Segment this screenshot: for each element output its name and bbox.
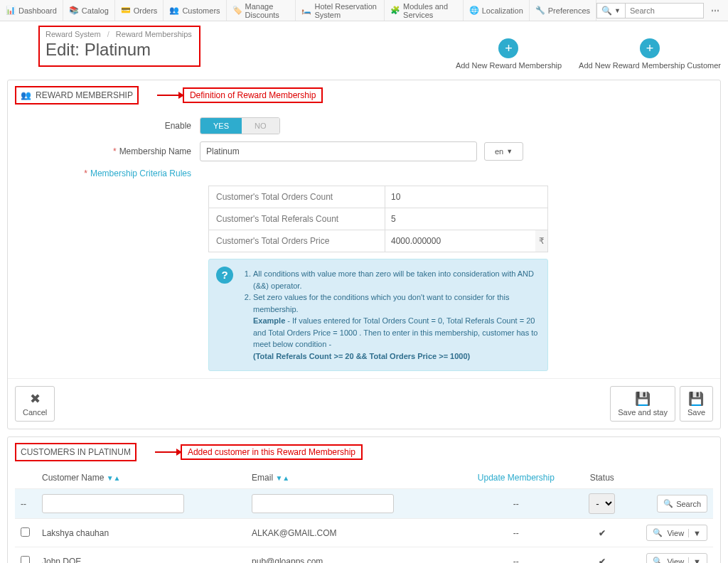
cell-name: Lakshya chauhan (36, 519, 246, 547)
nav-customers[interactable]: 👥Customers (164, 0, 226, 21)
orders-icon: 💳 (121, 6, 131, 15)
criteria-orders-price-input[interactable] (385, 230, 535, 252)
panel-footer: ✖Cancel 💾Save and stay 💾Save (8, 378, 720, 429)
group-icon: 👥 (21, 90, 31, 100)
breadcrumb-sep: / (107, 30, 109, 38)
wrench-icon: 🔧 (535, 6, 545, 15)
arrow-icon (155, 451, 181, 453)
info-box: ? All conditions with value more than ze… (208, 259, 548, 371)
panel-heading: 👥REWARD MEMBERSHIP Definition of Reward … (8, 80, 720, 110)
nav-label: Modules and Services (403, 2, 457, 19)
table-row: John DOE pub@qloapps.com -- ✔ 🔍View▼ (15, 547, 713, 564)
criteria-label: *Membership Criteria Rules (22, 168, 200, 178)
dashboard-icon: 📊 (6, 6, 16, 15)
view-button[interactable]: 🔍View▼ (646, 553, 707, 563)
header-actions: + Add New Reward Membership + Add New Re… (456, 38, 721, 70)
switch-no[interactable]: NO (242, 118, 279, 134)
bed-icon: 🛏️ (301, 6, 311, 15)
catalog-icon: 📚 (69, 6, 79, 15)
customers-table: Customer Name ▼▲ Email ▼▲ Update Members… (15, 467, 713, 563)
search-button[interactable]: 🔍Search (657, 495, 707, 513)
annotation: Definition of Reward Membership (157, 87, 323, 103)
filter-status-select[interactable]: - (589, 493, 615, 514)
help-icon: ? (216, 267, 233, 284)
language-button[interactable]: en▼ (484, 142, 523, 161)
page-header: Reward System / Reward Memberships Edit:… (0, 21, 728, 73)
sort-icon: ▼▲ (107, 474, 121, 482)
nav-preferences[interactable]: 🔧Preferences (530, 0, 596, 21)
annotation-text: Definition of Reward Membership (183, 87, 323, 103)
search-box: 🔍▼ (596, 0, 704, 21)
filter-email-input[interactable] (252, 494, 394, 513)
panel-heading: CUSTOMERS IN PLATINUM Added customer in … (8, 437, 720, 467)
criteria-orders-count-input[interactable] (385, 186, 547, 208)
page-title: Edit: Platinum (46, 40, 192, 60)
search-scope-button[interactable]: 🔍▼ (596, 3, 626, 18)
nav-modules[interactable]: 🧩Modules and Services (385, 0, 464, 21)
breadcrumb-a[interactable]: Reward System (46, 30, 101, 38)
nav-label: Customers (182, 6, 220, 15)
nav-orders[interactable]: 💳Orders (115, 0, 164, 21)
nav-label: Localization (482, 6, 523, 15)
criteria-referals-count-input[interactable] (385, 208, 547, 230)
sort-icon: ▼▲ (275, 474, 289, 482)
search-icon: 🔍 (601, 6, 612, 16)
currency-symbol: ₹ (535, 230, 547, 252)
criteria-link[interactable]: Membership Criteria Rules (90, 168, 191, 178)
caret-down-icon[interactable]: ▼ (688, 529, 701, 537)
add-membership-button[interactable]: + Add New Reward Membership (456, 38, 562, 70)
cell-email: ALKAK@GMAIL.COM (246, 519, 456, 547)
nav-label: Catalog (82, 6, 109, 15)
breadcrumb-b[interactable]: Reward Memberships (116, 30, 192, 38)
arrow-icon (157, 95, 183, 96)
nav-localization[interactable]: 🌐Localization (464, 0, 530, 21)
globe-icon: 🌐 (469, 6, 479, 15)
close-icon: ✖ (30, 391, 41, 407)
search-input[interactable] (626, 3, 704, 18)
caret-down-icon: ▼ (614, 7, 621, 14)
save-stay-button[interactable]: 💾Save and stay (610, 386, 675, 422)
search-icon: 🔍 (653, 528, 663, 537)
puzzle-icon: 🧩 (390, 6, 400, 15)
row-checkbox[interactable] (21, 556, 30, 564)
view-button[interactable]: 🔍View▼ (646, 525, 707, 541)
nav-label: Orders (134, 6, 158, 15)
row-checkbox[interactable] (21, 527, 30, 537)
reward-membership-panel: 👥REWARD MEMBERSHIP Definition of Reward … (7, 80, 721, 429)
more-menu[interactable]: ⋯ (704, 0, 728, 21)
nav-discounts[interactable]: 🏷️Manage Discounts (227, 0, 296, 21)
nav-label: Manage Discounts (245, 2, 290, 19)
cell-email: pub@qloapps.com (246, 547, 456, 564)
nav-label: Hotel Reservation System (314, 2, 378, 19)
nav-label: Dashboard (18, 6, 57, 15)
membership-name-input[interactable] (200, 141, 477, 161)
filter-dashes: -- (456, 489, 576, 519)
nav-catalog[interactable]: 📚Catalog (63, 0, 115, 21)
caret-down-icon: ▼ (506, 148, 513, 155)
cell-update: -- (456, 547, 576, 564)
save-icon: 💾 (688, 391, 704, 407)
col-update[interactable]: Update Membership (478, 473, 555, 483)
col-name[interactable]: Customer Name ▼▲ (36, 467, 246, 489)
top-nav: 📊Dashboard 📚Catalog 💳Orders 👥Customers 🏷… (0, 0, 728, 21)
search-icon: 🔍 (653, 557, 663, 563)
cancel-button[interactable]: ✖Cancel (15, 386, 55, 422)
caret-down-icon[interactable]: ▼ (688, 557, 701, 564)
add-customer-button[interactable]: + Add New Reward Membership Customer (579, 38, 721, 70)
criteria-orders-count-label: Customer's Total Orders Count (209, 186, 385, 208)
nav-dashboard[interactable]: 📊Dashboard (0, 0, 63, 21)
enable-switch[interactable]: YES NO (200, 117, 280, 134)
col-email[interactable]: Email ▼▲ (246, 467, 456, 489)
save-button[interactable]: 💾Save (680, 386, 713, 422)
criteria-table: Customer's Total Orders Count Customer's… (208, 186, 548, 252)
annotation-text: Added customer in this Reward Membership (181, 444, 363, 460)
filter-name-input[interactable] (42, 494, 184, 513)
plus-icon: + (498, 38, 518, 58)
panel-title: CUSTOMERS IN PLATINUM (15, 443, 136, 461)
switch-yes[interactable]: YES (200, 118, 242, 134)
customers-panel: CUSTOMERS IN PLATINUM Added customer in … (7, 436, 721, 563)
col-status: Status (577, 467, 628, 489)
criteria-orders-price-label: Customer's Total Orders Price (209, 230, 385, 252)
nav-hotel[interactable]: 🛏️Hotel Reservation System (296, 0, 385, 21)
panel-title: REWARD MEMBERSHIP (36, 90, 133, 100)
